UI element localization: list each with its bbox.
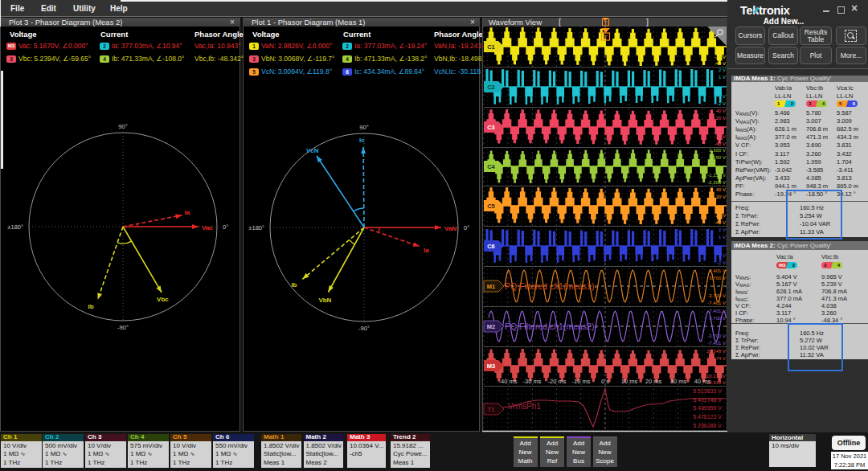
svg-text:20 V: 20 V	[716, 195, 726, 199]
svg-text:-40 V: -40 V	[714, 141, 726, 146]
svg-text:5.296286 V: 5.296286 V	[693, 423, 722, 428]
svg-text:T: T	[604, 20, 608, 26]
svg-text:1 V: 1 V	[719, 75, 726, 80]
svg-text:M1: M1	[487, 283, 495, 290]
svg-text:3.700 V: 3.700 V	[709, 316, 726, 321]
svg-text:20 ms: 20 ms	[645, 378, 662, 385]
svg-text:-10.174 V: -10.174 V	[705, 374, 726, 379]
svg-text:C6: C6	[487, 243, 495, 250]
svg-text:T: T	[604, 34, 608, 41]
svg-text:-90°: -90°	[117, 324, 129, 331]
svg-text:VaN: VaN	[444, 225, 457, 232]
svg-text:0°: 0°	[223, 223, 228, 231]
svg-text:-3.700 V: -3.700 V	[707, 293, 726, 298]
svg-text:C5: C5	[487, 203, 495, 210]
svg-text:30 ms: 30 ms	[670, 378, 687, 385]
svg-text:20.348 V: 20.348 V	[706, 349, 726, 354]
svg-text:[: [	[559, 17, 561, 27]
svg-text:C1: C1	[487, 43, 495, 51]
svg-text:±180°: ±180°	[248, 224, 264, 231]
svg-text:PQ:Filtered ch1(meas1)-: PQ:Filtered ch1(meas1)-	[505, 281, 597, 291]
svg-text:Ic: Ic	[359, 137, 365, 144]
svg-text:T1: T1	[488, 406, 495, 413]
svg-text:-7.401 V: -7.401 V	[707, 341, 726, 346]
svg-text:Ia: Ia	[424, 247, 429, 254]
svg-text:-20 ms: -20 ms	[548, 378, 567, 385]
svg-text:-40 ms: -40 ms	[499, 378, 518, 385]
svg-text:-2 V: -2 V	[717, 101, 726, 106]
svg-text:-3.700 V: -3.700 V	[707, 334, 726, 338]
svg-text:-1 V: -1 V	[717, 253, 726, 258]
svg-text:VrmsPh1: VrmsPh1	[508, 402, 541, 411]
svg-text:-7.401 V: -7.401 V	[707, 301, 726, 305]
svg-text:-20 V: -20 V	[714, 134, 726, 139]
svg-text:Ib: Ib	[88, 303, 94, 310]
svg-text:7.401 V: 7.401 V	[709, 268, 726, 273]
svg-text:2 V: 2 V	[719, 227, 726, 232]
svg-text:3.700 V: 3.700 V	[709, 276, 726, 281]
svg-text:2,300 V: 2,300 V	[709, 148, 726, 153]
svg-text:-10 ms: -10 ms	[572, 378, 591, 385]
svg-text:-1 V: -1 V	[717, 94, 726, 99]
svg-text:90°: 90°	[118, 123, 127, 130]
svg-text:10 ms: 10 ms	[621, 378, 638, 385]
svg-text:40 V: 40 V	[716, 187, 726, 192]
svg-text:Vac: Vac	[202, 224, 213, 231]
svg-text:Ib: Ib	[291, 281, 297, 289]
svg-text:40 V: 40 V	[716, 109, 726, 113]
svg-text:VbN: VbN	[318, 297, 331, 304]
svg-text:-30 ms: -30 ms	[523, 378, 542, 385]
svg-text:2 V: 2 V	[719, 68, 726, 72]
svg-text:±180°: ±180°	[7, 223, 23, 231]
svg-text:5.478123 V: 5.478123 V	[693, 414, 722, 420]
svg-text:7.401 V: 7.401 V	[709, 309, 726, 313]
svg-text:-1,150 V: -1,150 V	[707, 173, 726, 178]
svg-text:M3: M3	[487, 362, 495, 370]
svg-text:M2: M2	[487, 323, 495, 330]
svg-text:-40 V: -40 V	[714, 220, 726, 225]
svg-text:5.401746 V: 5.401746 V	[693, 397, 722, 403]
svg-text:-2 V: -2 V	[717, 260, 726, 265]
svg-text:-20 V: -20 V	[714, 55, 726, 59]
svg-text:PQ:Filtered ch1(meas2)-: PQ:Filtered ch1(meas2)-	[505, 322, 597, 331]
svg-text:]: ]	[646, 17, 649, 27]
svg-text:Vbc: Vbc	[157, 296, 169, 303]
svg-text:VcN: VcN	[306, 147, 319, 154]
svg-text:C4: C4	[487, 163, 495, 170]
svg-text:C3: C3	[487, 124, 495, 131]
svg-text:-90°: -90°	[358, 325, 370, 332]
svg-text:-20.348 V: -20.348 V	[705, 380, 726, 385]
svg-text:-2,300 V: -2,300 V	[707, 180, 726, 185]
svg-text:1,150 V: 1,150 V	[709, 155, 726, 160]
svg-text:Ia: Ia	[185, 209, 190, 216]
svg-text:C2: C2	[487, 84, 495, 91]
svg-text:Waveform View: Waveform View	[489, 18, 542, 27]
svg-text:20 V: 20 V	[716, 116, 726, 121]
svg-text:10.174 V: 10.174 V	[706, 356, 726, 361]
svg-text:0 s: 0 s	[601, 378, 609, 385]
svg-text:90°: 90°	[359, 124, 368, 131]
svg-text:1 V: 1 V	[719, 235, 726, 240]
svg-text:0°: 0°	[464, 224, 469, 231]
svg-text:-20 V: -20 V	[714, 213, 726, 218]
svg-text:5.439959 V: 5.439959 V	[693, 405, 722, 411]
svg-text:5.513633 V: 5.513633 V	[693, 388, 722, 394]
svg-text:-40 V: -40 V	[714, 61, 726, 66]
